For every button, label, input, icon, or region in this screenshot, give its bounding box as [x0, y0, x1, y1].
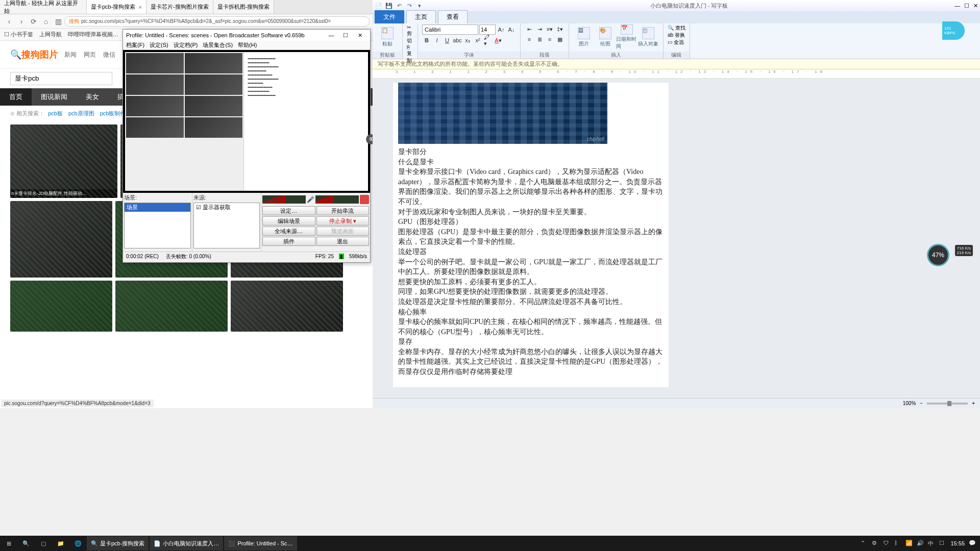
- search-input[interactable]: [10, 72, 112, 85]
- zoom-slider[interactable]: [927, 403, 968, 405]
- ribbon-tab-view[interactable]: 查看: [438, 10, 468, 23]
- mic-icon[interactable]: 🎤: [307, 196, 314, 203]
- save-icon[interactable]: 💾: [385, 2, 393, 10]
- minimize-button[interactable]: —: [324, 32, 338, 38]
- document-text[interactable]: 显卡部分 什么是显卡 显卡全称显示接口卡（Video card，Graphics…: [398, 147, 664, 377]
- site-logo[interactable]: 🔍搜狗图片: [10, 48, 58, 61]
- superscript-button[interactable]: x²: [473, 36, 482, 45]
- clock[interactable]: 15:55: [950, 540, 965, 546]
- nav-tab[interactable]: 图说新闻: [32, 88, 77, 106]
- insert-object-button[interactable]: ◫插入对象: [638, 24, 659, 50]
- menu-item[interactable]: 档案(F): [126, 41, 144, 49]
- minimize-button[interactable]: —: [954, 3, 960, 9]
- menu-item[interactable]: 帮助(H): [238, 41, 257, 49]
- font-color-button[interactable]: A▾: [494, 36, 503, 45]
- undo-icon[interactable]: ↶: [395, 2, 403, 10]
- scenes-list[interactable]: 场景: [124, 203, 191, 248]
- font-select[interactable]: [422, 24, 478, 35]
- tray-icon[interactable]: ⚙: [872, 540, 879, 547]
- shrink-font-icon[interactable]: A↓: [507, 25, 516, 34]
- plugin-button[interactable]: 插件: [262, 237, 315, 246]
- bookmark-item[interactable]: 哔哩哔哩弹幕视频…: [68, 31, 118, 38]
- home-button[interactable]: ⌂: [40, 17, 52, 26]
- ime-icon[interactable]: 中: [928, 540, 935, 547]
- cpu-gauge[interactable]: 47%: [927, 244, 949, 266]
- reload-button[interactable]: ⟳: [28, 17, 40, 26]
- underline-button[interactable]: U: [443, 36, 452, 45]
- result-thumb[interactable]: [10, 281, 112, 332]
- wordpad-title-bar[interactable]: 📄 💾 ↶ ↷ ▾ 小白电脑知识速度入门 - 写字板 — ☐ ✕: [373, 0, 980, 11]
- url-input[interactable]: 搜狗pic.sogou.com/pics?query=%CF%D4%BF%A8p…: [64, 16, 370, 27]
- result-thumb[interactable]: [115, 281, 228, 332]
- notification-icon[interactable]: 💬: [969, 540, 976, 547]
- align-center-button[interactable]: ≣: [535, 35, 544, 44]
- bluetooth-icon[interactable]: ᛒ: [894, 540, 901, 547]
- strike-button[interactable]: abc: [453, 36, 462, 45]
- settings-button[interactable]: 设定…: [262, 206, 315, 215]
- nav-tab[interactable]: 首页: [0, 88, 32, 106]
- bookmark-item[interactable]: ☐ 小书手签: [4, 31, 33, 38]
- grow-font-icon[interactable]: A↑: [497, 25, 506, 34]
- taskbar-app[interactable]: 🔍 显卡pcb-搜狗搜索: [87, 536, 149, 550]
- document-area[interactable]: chiphell 显卡部分 什么是显卡 显卡全称显示接口卡（Video card…: [373, 79, 980, 398]
- qat-dropdown-icon[interactable]: ▾: [415, 2, 424, 10]
- nav-tab[interactable]: 美女: [77, 88, 108, 106]
- maximize-button[interactable]: ☐: [338, 32, 353, 39]
- font-size-select[interactable]: [479, 24, 496, 35]
- browser-tab[interactable]: 上网导航 - 轻快上网 从这里开始: [0, 0, 87, 14]
- close-button[interactable]: ✕: [353, 32, 367, 39]
- tray-icon[interactable]: ⌃: [861, 540, 868, 547]
- back-button[interactable]: ‹: [3, 17, 15, 26]
- list-item[interactable]: ☑ 显示器获取: [194, 203, 260, 212]
- insert-datetime-button[interactable]: 📅日期和时间: [616, 24, 638, 50]
- indent-inc-button[interactable]: ⇥: [535, 24, 544, 34]
- app-icon[interactable]: 📄: [375, 2, 383, 10]
- header-link[interactable]: 新闻: [64, 51, 77, 59]
- copy-button[interactable]: ⎘ 复制: [407, 44, 413, 64]
- browser-tab[interactable]: 显卡pcb-搜狗搜索×: [87, 0, 146, 14]
- close-icon[interactable]: ×: [138, 4, 141, 10]
- preview-button[interactable]: 预览画面: [316, 227, 369, 236]
- ruler[interactable]: 3 · 1 · 2 · 1 · 1 · 2 · 3 · 4 · 5 · 6 · …: [373, 69, 980, 79]
- result-thumb[interactable]: [10, 201, 112, 278]
- select-all-button[interactable]: ▭ 全选: [668, 39, 685, 46]
- cut-button[interactable]: ✂ 剪切: [407, 24, 413, 44]
- search-icon[interactable]: 🔍: [17, 536, 35, 551]
- tray-icon[interactable]: 🛡: [883, 540, 890, 547]
- zoom-in-button[interactable]: +: [972, 400, 975, 406]
- edit-scene-button[interactable]: 编辑场景: [262, 216, 315, 226]
- result-thumb[interactable]: n卡显卡排名-JD电脑配件,性能驱动…: [10, 124, 117, 198]
- taskbar-app[interactable]: 📄 小白电脑知识速度入…: [150, 536, 223, 550]
- task-view-icon[interactable]: ▢: [35, 536, 52, 551]
- tray-icon[interactable]: ☐: [939, 540, 946, 547]
- browser-icon[interactable]: 🌐: [69, 536, 87, 551]
- menu-item[interactable]: 设定档(P): [174, 41, 198, 49]
- insert-paint-button[interactable]: 🎨绘图: [595, 24, 616, 50]
- align-right-button[interactable]: ≡: [545, 35, 554, 44]
- bold-button[interactable]: B: [422, 36, 431, 45]
- ribbon-tab-file[interactable]: 文件: [375, 10, 404, 23]
- highlight-button[interactable]: 🖍▾: [483, 36, 493, 45]
- bullets-button[interactable]: ≡▾: [545, 24, 554, 34]
- line-spacing-button[interactable]: ‡▾: [555, 24, 565, 34]
- related-link[interactable]: pcb原理图: [68, 110, 94, 116]
- global-source-button[interactable]: 全域来源…: [262, 227, 315, 236]
- italic-button[interactable]: I: [432, 36, 442, 45]
- related-link[interactable]: pcb板: [48, 110, 63, 116]
- paste-button[interactable]: 📋粘贴: [377, 24, 398, 50]
- stop-record-button[interactable]: 停止录制 ▾: [316, 216, 369, 226]
- maximize-button[interactable]: ☐: [964, 3, 969, 9]
- exit-button[interactable]: 退出: [316, 237, 369, 246]
- network-badge[interactable]: 121 KBPS: [942, 21, 965, 40]
- menu-item[interactable]: 场景集合(S): [203, 41, 233, 49]
- reader-button[interactable]: ▥: [52, 17, 64, 26]
- redo-icon[interactable]: ↷: [405, 2, 413, 10]
- result-thumb[interactable]: [231, 281, 343, 332]
- header-link[interactable]: 微信: [103, 51, 115, 59]
- start-stream-button[interactable]: 开始串流: [316, 206, 369, 215]
- subscript-button[interactable]: x₂: [463, 36, 472, 45]
- close-button[interactable]: ✕: [973, 3, 978, 9]
- menu-item[interactable]: 设定(S): [150, 41, 168, 49]
- browser-tab[interactable]: 显卡拆机图-搜狗搜索: [213, 0, 275, 14]
- insert-picture-button[interactable]: 🖼图片: [573, 24, 595, 50]
